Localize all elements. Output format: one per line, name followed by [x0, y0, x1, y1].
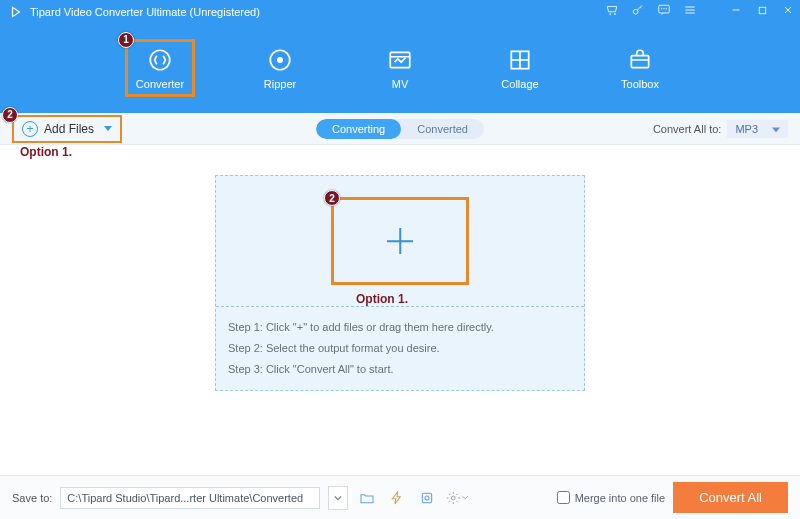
window-controls	[604, 2, 796, 18]
svg-rect-5	[759, 7, 765, 13]
speed-button[interactable]	[386, 487, 408, 509]
save-path-field[interactable]: C:\Tipard Studio\Tipard...rter Ultimate\…	[60, 487, 320, 509]
plus-circle-icon: +	[22, 121, 38, 137]
svg-point-8	[278, 57, 282, 61]
module-tabs: 1 Converter Ripper MV Collage Toolbox	[0, 24, 800, 113]
svg-point-0	[633, 9, 638, 14]
annotation-badge-2a: 2	[2, 107, 18, 123]
svg-point-13	[425, 496, 429, 500]
svg-rect-11	[631, 55, 648, 67]
main-area: 2 Option 1. Step 1: Click "+" to add fil…	[0, 145, 800, 475]
add-plus-box[interactable]: 2	[331, 197, 469, 285]
menu-icon[interactable]	[682, 2, 698, 18]
toolbox-icon	[626, 46, 654, 74]
close-button[interactable]	[780, 2, 796, 18]
sub-toolbar: 2 + Add Files Option 1. Converting Conve…	[0, 113, 800, 145]
collage-icon	[506, 46, 534, 74]
ripper-icon	[266, 46, 294, 74]
annotation-option1b: Option 1.	[356, 292, 408, 306]
save-to-label: Save to:	[12, 492, 52, 504]
app-title: Tipard Video Converter Ultimate (Unregis…	[30, 6, 260, 18]
annotation-badge-1: 1	[118, 32, 134, 48]
svg-point-4	[666, 9, 667, 10]
step-2: Step 2: Select the output format you des…	[228, 338, 572, 359]
status-tabs: Converting Converted	[316, 119, 484, 139]
tab-converting[interactable]: Converting	[316, 119, 401, 139]
maximize-button[interactable]	[754, 2, 770, 18]
svg-point-6	[150, 50, 170, 70]
tab-mv[interactable]: MV	[365, 46, 435, 90]
divider	[708, 2, 718, 18]
merge-label: Merge into one file	[575, 492, 666, 504]
gpu-button[interactable]	[416, 487, 438, 509]
tab-converted[interactable]: Converted	[401, 119, 484, 139]
add-files-button[interactable]: 2 + Add Files	[12, 115, 122, 143]
cart-icon[interactable]	[604, 2, 620, 18]
step-3: Step 3: Click "Convert All" to start.	[228, 359, 572, 380]
tab-ripper-label: Ripper	[264, 78, 296, 90]
title-bar: Tipard Video Converter Ultimate (Unregis…	[0, 0, 800, 24]
svg-point-2	[661, 9, 662, 10]
drop-panel: 2 Option 1. Step 1: Click "+" to add fil…	[215, 175, 585, 391]
dropdown-caret-icon	[104, 126, 112, 131]
annotation-option1a: Option 1.	[20, 145, 72, 159]
tab-ripper[interactable]: Ripper	[245, 46, 315, 90]
tab-mv-label: MV	[392, 78, 409, 90]
tab-collage[interactable]: Collage	[485, 46, 555, 90]
save-path-dropdown[interactable]	[328, 486, 348, 510]
step-1: Step 1: Click "+" to add files or drag t…	[228, 317, 572, 338]
app-logo-icon	[8, 4, 24, 20]
footer-bar: Save to: C:\Tipard Studio\Tipard...rter …	[0, 475, 800, 519]
app-header: Tipard Video Converter Ultimate (Unregis…	[0, 0, 800, 113]
convert-all-label: Convert All to:	[653, 123, 721, 135]
open-folder-button[interactable]	[356, 487, 378, 509]
tab-converter[interactable]: 1 Converter	[125, 39, 195, 97]
mv-icon	[386, 46, 414, 74]
svg-point-14	[452, 496, 456, 500]
instructions: Step 1: Click "+" to add files or drag t…	[216, 306, 584, 390]
tab-toolbox[interactable]: Toolbox	[605, 46, 675, 90]
convert-all-button[interactable]: Convert All	[673, 482, 788, 513]
tab-converter-label: Converter	[136, 78, 184, 90]
annotation-badge-2b: 2	[324, 190, 340, 206]
plus-icon	[387, 228, 413, 254]
format-value: MP3	[735, 123, 758, 135]
app-window: Tipard Video Converter Ultimate (Unregis…	[0, 0, 800, 519]
converter-icon	[146, 46, 174, 74]
settings-button[interactable]	[446, 487, 468, 509]
minimize-button[interactable]	[728, 2, 744, 18]
add-files-label: Add Files	[44, 122, 94, 136]
tab-collage-label: Collage	[501, 78, 538, 90]
merge-checkbox[interactable]	[557, 491, 570, 504]
merge-checkbox-group[interactable]: Merge into one file	[557, 491, 666, 504]
convert-all-format: Convert All to: MP3	[653, 120, 788, 138]
tab-toolbox-label: Toolbox	[621, 78, 659, 90]
drop-zone[interactable]: 2 Option 1.	[216, 176, 584, 306]
feedback-icon[interactable]	[656, 2, 672, 18]
svg-point-3	[664, 9, 665, 10]
format-dropdown[interactable]: MP3	[727, 120, 788, 138]
svg-rect-12	[423, 493, 432, 502]
key-icon[interactable]	[630, 2, 646, 18]
